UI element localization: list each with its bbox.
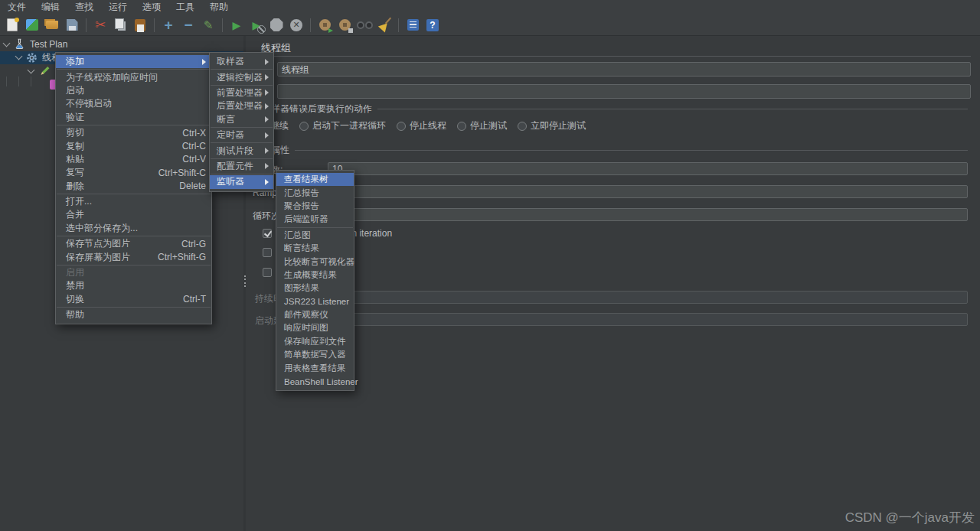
menu-item-samplers[interactable]: 取样器: [210, 55, 273, 68]
menu-item-assertions[interactable]: 断言: [210, 113, 273, 126]
menubar-item-tools[interactable]: 工具: [168, 1, 202, 14]
num-threads-field[interactable]: 10: [328, 162, 968, 175]
menu-item-summary-report[interactable]: 汇总报告: [276, 186, 354, 199]
radio-stop-thread[interactable]: [397, 122, 406, 131]
copy-icon[interactable]: [111, 15, 129, 34]
menubar-item-run[interactable]: 运行: [101, 1, 135, 14]
remove-icon[interactable]: −: [179, 15, 198, 34]
menu-item-save-responses-to-file[interactable]: 保存响应到文件: [276, 335, 354, 348]
delayed-start-checkbox[interactable]: [263, 248, 272, 257]
menu-item-post-processors[interactable]: 后置处理器: [210, 99, 273, 112]
radio-option-stop-test[interactable]: 停止测试: [457, 119, 507, 132]
menu-item-disable[interactable]: 禁用: [56, 279, 211, 292]
menu-item-beanshell-listener[interactable]: BeanShell Listener: [276, 375, 354, 388]
help-icon[interactable]: [423, 15, 442, 34]
new-file-icon[interactable]: [3, 15, 21, 34]
function-helper-icon[interactable]: [403, 15, 422, 34]
menu-item-view-results-tree[interactable]: 查看结果树: [276, 173, 354, 186]
remote-start-all-icon[interactable]: [315, 15, 334, 34]
menu-item-save-selection-as[interactable]: 选中部分保存为...: [56, 222, 211, 235]
menu-item-aggregate-report[interactable]: 聚合报告: [276, 200, 354, 213]
radio-start-next-loop[interactable]: [299, 122, 309, 131]
chevron-down-icon[interactable]: [15, 53, 23, 60]
menu-item-start-no-pauses[interactable]: 不停顿启动: [56, 97, 211, 110]
menu-item-assertion-results[interactable]: 断言结果: [276, 242, 354, 255]
save-icon[interactable]: [63, 15, 81, 34]
menu-item-aggregate-graph[interactable]: 汇总图: [276, 229, 354, 242]
divider-grip-icon[interactable]: [244, 275, 246, 289]
menu-item-cut[interactable]: 剪切Ctrl-X: [56, 126, 211, 139]
menu-item-label: 保存节点为图片: [66, 237, 130, 250]
menu-item-enable[interactable]: 启用: [56, 266, 211, 279]
ramp-up-field[interactable]: [328, 185, 968, 198]
clear-icon[interactable]: [375, 15, 394, 34]
menu-item-response-time-graph[interactable]: 响应时间图: [276, 321, 354, 334]
menubar-item-search[interactable]: 查找: [67, 1, 101, 14]
menu-item-validate[interactable]: 验证: [56, 111, 211, 124]
menu-item-label: 定时器: [217, 129, 244, 142]
menubar-item-edit[interactable]: 编辑: [34, 1, 67, 14]
menu-item-comparison-assertion-visualizer[interactable]: 比较断言可视化器: [276, 255, 354, 268]
menubar-item-help[interactable]: 帮助: [202, 1, 236, 14]
menu-item-listeners[interactable]: 监听器: [210, 175, 273, 188]
radio-option-start-next-loop[interactable]: 启动下一进程循环: [299, 119, 386, 132]
radio-option-stop-thread[interactable]: 停止线程: [397, 119, 446, 132]
scheduler-checkbox[interactable]: [263, 268, 272, 277]
menu-item-duplicate[interactable]: 复写Ctrl+Shift-C: [56, 166, 211, 179]
menu-item-view-results-in-table[interactable]: 用表格查看结果: [276, 361, 354, 374]
menu-item-timers[interactable]: 定时器: [210, 129, 273, 142]
templates-icon[interactable]: [23, 15, 41, 34]
menu-item-add-think-times[interactable]: 为子线程添加响应时间: [56, 70, 211, 83]
menu-item-generate-summary-results[interactable]: 生成概要结果: [276, 269, 354, 282]
watermark-text: CSDN @一个java开发: [845, 509, 975, 526]
loops-field[interactable]: [328, 208, 968, 221]
menu-item-help[interactable]: 帮助: [56, 308, 211, 321]
menu-item-test-fragment[interactable]: 测试片段: [210, 144, 273, 157]
menu-item-pre-processors[interactable]: 前置处理器: [210, 86, 273, 99]
menu-item-add[interactable]: 添加: [56, 55, 211, 68]
menu-item-label: JSR223 Listener: [284, 297, 349, 306]
cut-icon[interactable]: ✂: [91, 15, 109, 34]
menu-item-logic-controllers[interactable]: 逻辑控制器: [210, 70, 273, 83]
paste-icon[interactable]: [131, 15, 149, 34]
menu-item-config-elements[interactable]: 配置元件: [210, 160, 273, 173]
menu-item-save-screen-as-image[interactable]: 保存屏幕为图片Ctrl+Shift-G: [56, 250, 211, 263]
same-user-checkbox[interactable]: [263, 229, 272, 238]
menu-item-backend-listener[interactable]: 后端监听器: [276, 213, 354, 226]
menu-item-remove[interactable]: 删除Delete: [56, 180, 211, 193]
name-field[interactable]: 线程组: [277, 62, 971, 77]
menu-item-open[interactable]: 打开...: [56, 195, 211, 208]
menu-item-simple-data-writer[interactable]: 简单数据写入器: [276, 348, 354, 361]
stop-icon[interactable]: [267, 15, 286, 34]
start-no-pauses-icon[interactable]: ▶: [247, 15, 266, 34]
menu-item-jsr223-listener[interactable]: JSR223 Listener: [276, 295, 354, 308]
tree-item-test-plan[interactable]: Test Plan: [0, 37, 243, 51]
menu-item-copy[interactable]: 复制Ctrl-C: [56, 139, 211, 152]
search-icon[interactable]: [355, 15, 374, 34]
radio-stop-test-now[interactable]: [518, 122, 527, 131]
menu-item-paste[interactable]: 粘贴Ctrl-V: [56, 153, 211, 166]
menubar-item-file[interactable]: 文件: [0, 1, 34, 14]
reset-gui-icon[interactable]: ✎: [199, 15, 217, 34]
add-icon[interactable]: +: [159, 15, 178, 34]
menu-item-label: 保存响应到文件: [284, 336, 346, 347]
delay-field[interactable]: [328, 313, 968, 326]
menubar: 文件编辑查找运行选项工具帮助: [0, 0, 980, 15]
menu-item-merge[interactable]: 合并: [56, 208, 211, 221]
duration-field[interactable]: [328, 291, 968, 304]
menubar-item-options[interactable]: 选项: [135, 1, 168, 14]
comments-field[interactable]: [277, 84, 971, 99]
start-icon[interactable]: ▶: [227, 15, 246, 34]
open-icon[interactable]: [43, 15, 61, 34]
chevron-down-icon[interactable]: [28, 66, 35, 73]
shutdown-icon[interactable]: [287, 15, 305, 34]
menu-item-mailer-visualizer[interactable]: 邮件观察仪: [276, 308, 354, 321]
radio-option-stop-test-now[interactable]: 立即停止测试: [518, 119, 586, 132]
menu-item-start[interactable]: 启动: [56, 84, 211, 97]
menu-item-save-node-as-image[interactable]: 保存节点为图片Ctrl-G: [56, 237, 211, 250]
menu-item-graph-results[interactable]: 图形结果: [276, 282, 354, 295]
chevron-down-icon[interactable]: [3, 39, 11, 47]
remote-stop-all-icon[interactable]: [335, 15, 354, 34]
menu-item-toggle[interactable]: 切换Ctrl-T: [56, 293, 211, 306]
radio-stop-test[interactable]: [457, 122, 466, 131]
